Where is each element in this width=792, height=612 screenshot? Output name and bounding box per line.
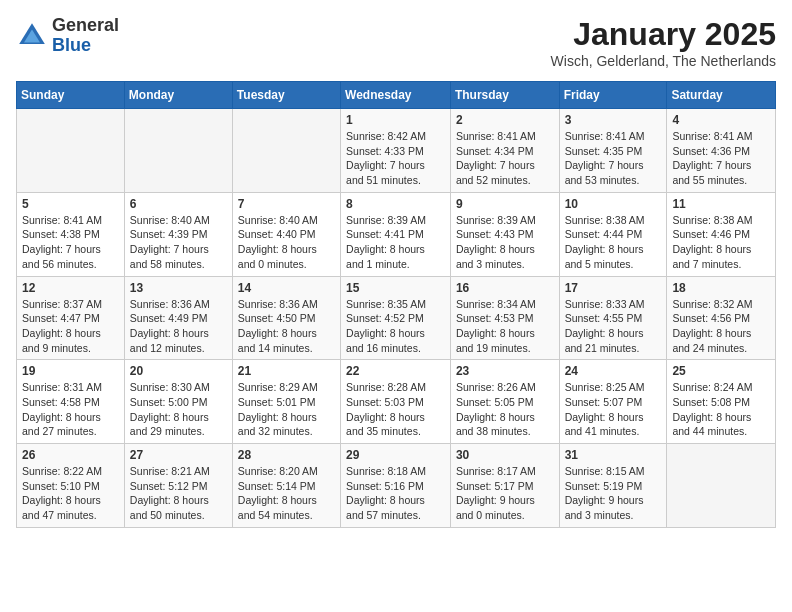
- calendar-cell: 9Sunrise: 8:39 AM Sunset: 4:43 PM Daylig…: [450, 192, 559, 276]
- calendar-cell: 7Sunrise: 8:40 AM Sunset: 4:40 PM Daylig…: [232, 192, 340, 276]
- day-info: Sunrise: 8:32 AM Sunset: 4:56 PM Dayligh…: [672, 297, 770, 356]
- day-info: Sunrise: 8:42 AM Sunset: 4:33 PM Dayligh…: [346, 129, 445, 188]
- logo: General Blue: [16, 16, 119, 56]
- logo-general: General: [52, 15, 119, 35]
- day-info: Sunrise: 8:36 AM Sunset: 4:50 PM Dayligh…: [238, 297, 335, 356]
- day-number: 23: [456, 364, 554, 378]
- day-info: Sunrise: 8:26 AM Sunset: 5:05 PM Dayligh…: [456, 380, 554, 439]
- weekday-header-thursday: Thursday: [450, 82, 559, 109]
- calendar-cell: 3Sunrise: 8:41 AM Sunset: 4:35 PM Daylig…: [559, 109, 667, 193]
- calendar-table: SundayMondayTuesdayWednesdayThursdayFrid…: [16, 81, 776, 528]
- calendar-cell: 25Sunrise: 8:24 AM Sunset: 5:08 PM Dayli…: [667, 360, 776, 444]
- calendar-cell: [232, 109, 340, 193]
- day-number: 31: [565, 448, 662, 462]
- day-info: Sunrise: 8:17 AM Sunset: 5:17 PM Dayligh…: [456, 464, 554, 523]
- day-info: Sunrise: 8:29 AM Sunset: 5:01 PM Dayligh…: [238, 380, 335, 439]
- day-number: 9: [456, 197, 554, 211]
- day-info: Sunrise: 8:39 AM Sunset: 4:43 PM Dayligh…: [456, 213, 554, 272]
- day-number: 16: [456, 281, 554, 295]
- day-number: 25: [672, 364, 770, 378]
- day-number: 18: [672, 281, 770, 295]
- day-info: Sunrise: 8:41 AM Sunset: 4:36 PM Dayligh…: [672, 129, 770, 188]
- week-row-1: 1Sunrise: 8:42 AM Sunset: 4:33 PM Daylig…: [17, 109, 776, 193]
- calendar-cell: 29Sunrise: 8:18 AM Sunset: 5:16 PM Dayli…: [341, 444, 451, 528]
- day-number: 12: [22, 281, 119, 295]
- calendar-cell: 24Sunrise: 8:25 AM Sunset: 5:07 PM Dayli…: [559, 360, 667, 444]
- logo-blue: Blue: [52, 35, 91, 55]
- day-number: 19: [22, 364, 119, 378]
- day-info: Sunrise: 8:38 AM Sunset: 4:46 PM Dayligh…: [672, 213, 770, 272]
- logo-icon: [16, 20, 48, 52]
- calendar-cell: [667, 444, 776, 528]
- calendar-cell: 21Sunrise: 8:29 AM Sunset: 5:01 PM Dayli…: [232, 360, 340, 444]
- calendar-cell: [17, 109, 125, 193]
- day-info: Sunrise: 8:40 AM Sunset: 4:39 PM Dayligh…: [130, 213, 227, 272]
- calendar-cell: 5Sunrise: 8:41 AM Sunset: 4:38 PM Daylig…: [17, 192, 125, 276]
- logo-text: General Blue: [52, 16, 119, 56]
- day-info: Sunrise: 8:41 AM Sunset: 4:34 PM Dayligh…: [456, 129, 554, 188]
- day-number: 11: [672, 197, 770, 211]
- calendar-cell: 15Sunrise: 8:35 AM Sunset: 4:52 PM Dayli…: [341, 276, 451, 360]
- day-number: 17: [565, 281, 662, 295]
- day-info: Sunrise: 8:41 AM Sunset: 4:35 PM Dayligh…: [565, 129, 662, 188]
- week-row-2: 5Sunrise: 8:41 AM Sunset: 4:38 PM Daylig…: [17, 192, 776, 276]
- day-number: 10: [565, 197, 662, 211]
- day-info: Sunrise: 8:41 AM Sunset: 4:38 PM Dayligh…: [22, 213, 119, 272]
- day-number: 4: [672, 113, 770, 127]
- calendar-cell: 26Sunrise: 8:22 AM Sunset: 5:10 PM Dayli…: [17, 444, 125, 528]
- month-title: January 2025: [551, 16, 776, 53]
- day-info: Sunrise: 8:39 AM Sunset: 4:41 PM Dayligh…: [346, 213, 445, 272]
- calendar-cell: 27Sunrise: 8:21 AM Sunset: 5:12 PM Dayli…: [124, 444, 232, 528]
- week-row-4: 19Sunrise: 8:31 AM Sunset: 4:58 PM Dayli…: [17, 360, 776, 444]
- calendar-cell: 19Sunrise: 8:31 AM Sunset: 4:58 PM Dayli…: [17, 360, 125, 444]
- calendar-cell: 28Sunrise: 8:20 AM Sunset: 5:14 PM Dayli…: [232, 444, 340, 528]
- day-number: 14: [238, 281, 335, 295]
- weekday-header-wednesday: Wednesday: [341, 82, 451, 109]
- day-info: Sunrise: 8:34 AM Sunset: 4:53 PM Dayligh…: [456, 297, 554, 356]
- day-number: 21: [238, 364, 335, 378]
- calendar-cell: 30Sunrise: 8:17 AM Sunset: 5:17 PM Dayli…: [450, 444, 559, 528]
- weekday-header-friday: Friday: [559, 82, 667, 109]
- day-info: Sunrise: 8:36 AM Sunset: 4:49 PM Dayligh…: [130, 297, 227, 356]
- calendar-cell: 31Sunrise: 8:15 AM Sunset: 5:19 PM Dayli…: [559, 444, 667, 528]
- day-info: Sunrise: 8:35 AM Sunset: 4:52 PM Dayligh…: [346, 297, 445, 356]
- calendar-cell: 11Sunrise: 8:38 AM Sunset: 4:46 PM Dayli…: [667, 192, 776, 276]
- day-info: Sunrise: 8:15 AM Sunset: 5:19 PM Dayligh…: [565, 464, 662, 523]
- day-number: 2: [456, 113, 554, 127]
- title-block: January 2025 Wisch, Gelderland, The Neth…: [551, 16, 776, 69]
- day-number: 22: [346, 364, 445, 378]
- day-number: 5: [22, 197, 119, 211]
- calendar-cell: 6Sunrise: 8:40 AM Sunset: 4:39 PM Daylig…: [124, 192, 232, 276]
- calendar-cell: 8Sunrise: 8:39 AM Sunset: 4:41 PM Daylig…: [341, 192, 451, 276]
- calendar-cell: 13Sunrise: 8:36 AM Sunset: 4:49 PM Dayli…: [124, 276, 232, 360]
- day-info: Sunrise: 8:28 AM Sunset: 5:03 PM Dayligh…: [346, 380, 445, 439]
- day-number: 15: [346, 281, 445, 295]
- calendar-cell: 17Sunrise: 8:33 AM Sunset: 4:55 PM Dayli…: [559, 276, 667, 360]
- day-info: Sunrise: 8:18 AM Sunset: 5:16 PM Dayligh…: [346, 464, 445, 523]
- week-row-3: 12Sunrise: 8:37 AM Sunset: 4:47 PM Dayli…: [17, 276, 776, 360]
- calendar-cell: 12Sunrise: 8:37 AM Sunset: 4:47 PM Dayli…: [17, 276, 125, 360]
- calendar-cell: 22Sunrise: 8:28 AM Sunset: 5:03 PM Dayli…: [341, 360, 451, 444]
- weekday-header-sunday: Sunday: [17, 82, 125, 109]
- day-info: Sunrise: 8:24 AM Sunset: 5:08 PM Dayligh…: [672, 380, 770, 439]
- calendar-cell: 16Sunrise: 8:34 AM Sunset: 4:53 PM Dayli…: [450, 276, 559, 360]
- weekday-header-tuesday: Tuesday: [232, 82, 340, 109]
- calendar-cell: 2Sunrise: 8:41 AM Sunset: 4:34 PM Daylig…: [450, 109, 559, 193]
- day-number: 7: [238, 197, 335, 211]
- day-info: Sunrise: 8:33 AM Sunset: 4:55 PM Dayligh…: [565, 297, 662, 356]
- day-info: Sunrise: 8:20 AM Sunset: 5:14 PM Dayligh…: [238, 464, 335, 523]
- day-info: Sunrise: 8:40 AM Sunset: 4:40 PM Dayligh…: [238, 213, 335, 272]
- day-number: 24: [565, 364, 662, 378]
- weekday-header-row: SundayMondayTuesdayWednesdayThursdayFrid…: [17, 82, 776, 109]
- week-row-5: 26Sunrise: 8:22 AM Sunset: 5:10 PM Dayli…: [17, 444, 776, 528]
- calendar-cell: 4Sunrise: 8:41 AM Sunset: 4:36 PM Daylig…: [667, 109, 776, 193]
- page-header: General Blue January 2025 Wisch, Gelderl…: [16, 16, 776, 69]
- day-number: 26: [22, 448, 119, 462]
- day-info: Sunrise: 8:22 AM Sunset: 5:10 PM Dayligh…: [22, 464, 119, 523]
- day-number: 30: [456, 448, 554, 462]
- day-info: Sunrise: 8:37 AM Sunset: 4:47 PM Dayligh…: [22, 297, 119, 356]
- calendar-cell: 23Sunrise: 8:26 AM Sunset: 5:05 PM Dayli…: [450, 360, 559, 444]
- day-info: Sunrise: 8:31 AM Sunset: 4:58 PM Dayligh…: [22, 380, 119, 439]
- weekday-header-monday: Monday: [124, 82, 232, 109]
- day-number: 1: [346, 113, 445, 127]
